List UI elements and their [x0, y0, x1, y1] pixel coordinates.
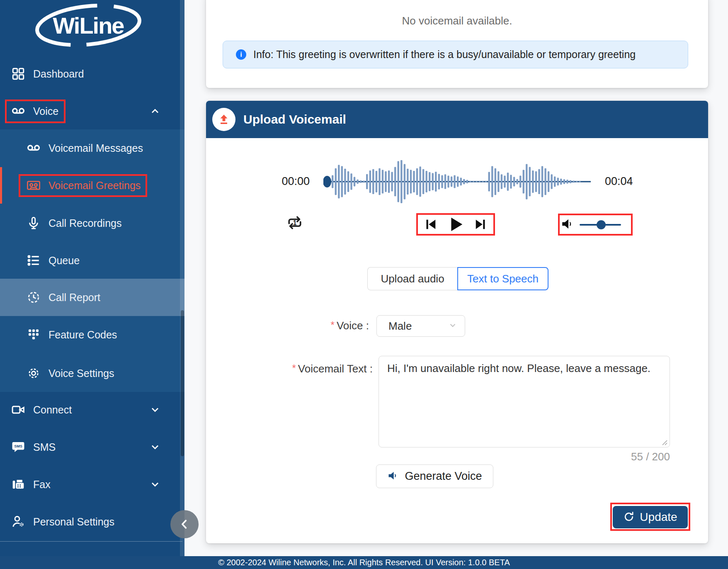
footer-bar: © 2002-2024 Wiline Networks, Inc. All Ri… — [0, 556, 728, 569]
sidebar-item-fax[interactable]: Fax — [0, 466, 184, 503]
voicemail-text-input[interactable]: Hi, I'm unavailable right now. Please, l… — [379, 356, 670, 447]
upload-voicemail-card: Upload Voicemail 00:00 00:04 1 — [206, 101, 708, 543]
upload-voicemail-header: Upload Voicemail — [206, 101, 708, 138]
character-counter: 55 / 200 — [604, 450, 670, 463]
svg-text:SMS: SMS — [14, 444, 22, 448]
voicemail-icon — [11, 104, 26, 119]
sidebar-divider — [0, 541, 182, 542]
skip-next-button[interactable] — [473, 217, 488, 232]
speaker-icon[interactable] — [561, 217, 575, 233]
cassette-icon — [26, 178, 41, 193]
sidebar-item-label: Feature Codes — [49, 329, 117, 341]
dashboard-icon — [11, 66, 26, 81]
required-marker: * — [292, 362, 296, 374]
sidebar-item-label: SMS — [33, 441, 56, 453]
person-gear-icon — [11, 514, 26, 529]
playback-controls — [419, 214, 492, 234]
playback-time-current: 00:00 — [277, 175, 310, 188]
svg-text:1: 1 — [293, 219, 297, 226]
sidebar-item-label: Voicemail Messages — [49, 142, 143, 154]
sidebar-item-voicemail-messages[interactable]: Voicemail Messages — [0, 129, 184, 167]
info-banner: i Info: This greeting is overwritten if … — [223, 41, 688, 68]
fax-icon — [11, 477, 26, 492]
sync-icon — [623, 511, 635, 524]
sidebar-item-voice-settings[interactable]: Voice Settings — [0, 355, 184, 392]
voice-field-label: *Voice : — [297, 319, 369, 332]
sidebar-item-label: Queue — [49, 255, 80, 267]
generate-voice-label: Generate Voice — [405, 470, 482, 483]
audio-waveform[interactable] — [323, 159, 591, 204]
voice-select-value: Male — [388, 320, 412, 333]
chevron-down-icon[interactable] — [149, 404, 161, 416]
info-banner-text: Info: This greeting is overwritten if th… — [253, 49, 636, 61]
sidebar: WiLine Dashboard Voice — [0, 0, 184, 569]
sidebar-item-label: Connect — [33, 404, 72, 416]
update-label: Update — [640, 511, 677, 524]
update-button[interactable]: Update — [613, 506, 688, 528]
chevron-down-icon[interactable] — [149, 479, 161, 490]
sidebar-item-call-recordings[interactable]: Call Recordings — [0, 204, 184, 242]
sidebar-item-label: Dashboard — [33, 68, 84, 80]
sidebar-item-label: Personal Settings — [33, 516, 114, 528]
clock-history-icon — [26, 290, 41, 305]
sidebar-item-label: Call Recordings — [49, 217, 121, 229]
voicemail-icon — [26, 141, 41, 156]
sidebar-scrollbar-track[interactable] — [180, 0, 184, 569]
upload-icon — [212, 108, 235, 131]
video-camera-icon — [11, 402, 26, 417]
chevron-down-icon — [448, 321, 457, 331]
skip-previous-button[interactable] — [423, 217, 438, 232]
required-marker: * — [331, 319, 335, 331]
playback-time-total: 00:04 — [605, 175, 642, 188]
footer-copyright: © 2002-2024 Wiline Networks, Inc. All Ri… — [0, 556, 728, 569]
chevron-up-icon[interactable] — [149, 105, 161, 117]
volume-slider-thumb[interactable] — [597, 220, 606, 229]
dialpad-icon — [26, 327, 41, 342]
playhead-dot — [323, 176, 331, 187]
play-button[interactable] — [446, 215, 465, 234]
card-title: Upload Voicemail — [243, 101, 346, 138]
sidebar-item-label: Fax — [33, 479, 51, 491]
wiline-logo: WiLine — [32, 3, 144, 49]
sidebar-item-connect[interactable]: Connect — [0, 391, 184, 428]
sidebar-item-voicemail-greetings[interactable]: Voicemail Greetings — [0, 167, 184, 204]
sidebar-item-label: Voice Settings — [49, 367, 114, 379]
sidebar-item-dashboard[interactable]: Dashboard — [0, 55, 184, 92]
current-greeting-card: No voicemail available. i Info: This gre… — [206, 0, 708, 88]
speaker-icon — [387, 470, 399, 483]
sidebar-item-personal-settings[interactable]: Personal Settings — [0, 503, 184, 540]
sidebar-item-call-report[interactable]: Call Report — [0, 279, 184, 316]
chevron-left-icon — [177, 517, 192, 531]
gear-icon — [26, 366, 41, 381]
sidebar-item-label: Voice — [33, 105, 58, 117]
sidebar-item-label: Call Report — [49, 292, 100, 304]
sidebar-item-voice[interactable]: Voice — [0, 92, 184, 130]
tab-text-to-speech[interactable]: Text to Speech — [457, 267, 548, 290]
no-voicemail-message: No voicemail available. — [206, 14, 708, 27]
audio-source-tabs: Upload audio Text to Speech — [367, 267, 548, 290]
sidebar-collapse-button[interactable] — [170, 510, 199, 538]
sidebar-scrollbar-thumb[interactable] — [181, 310, 184, 456]
volume-control — [561, 215, 630, 234]
voicemail-greetings-page: © 2002-2024 Wiline Networks, Inc. All Ri… — [0, 0, 728, 569]
list-icon — [26, 253, 41, 268]
voice-select[interactable]: Male — [376, 315, 465, 337]
svg-text:WiLine: WiLine — [53, 12, 124, 39]
sms-bubble-icon: SMS — [11, 440, 26, 455]
sidebar-item-feature-codes[interactable]: Feature Codes — [0, 316, 184, 353]
microphone-icon — [26, 216, 41, 231]
repeat-one-icon[interactable]: 1 — [286, 214, 304, 232]
sidebar-item-sms[interactable]: SMS SMS — [0, 428, 184, 466]
sidebar-item-label: Voicemail Greetings — [49, 180, 141, 192]
sidebar-item-queue[interactable]: Queue — [0, 242, 184, 279]
active-item-indicator — [0, 167, 2, 204]
generate-voice-button[interactable]: Generate Voice — [376, 464, 493, 488]
info-icon: i — [236, 49, 246, 60]
chevron-down-icon[interactable] — [149, 441, 161, 453]
voicemail-text-field-label: *Voicemail Text : — [268, 362, 373, 375]
volume-slider[interactable] — [580, 224, 621, 226]
tab-upload-audio[interactable]: Upload audio — [367, 267, 457, 290]
